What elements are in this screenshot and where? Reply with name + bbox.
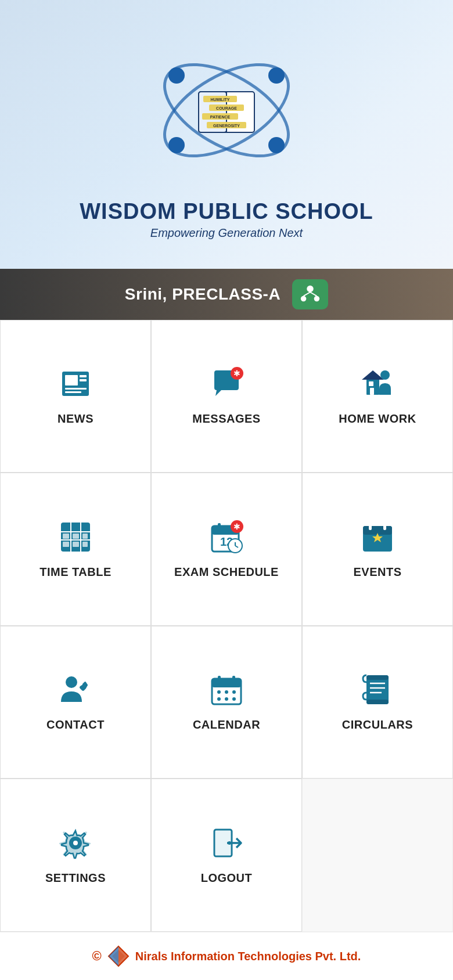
- svg-rect-26: [65, 388, 87, 390]
- svg-rect-54: [369, 523, 372, 530]
- svg-text:PATIENCE: PATIENCE: [210, 115, 231, 119]
- svg-rect-69: [366, 675, 389, 680]
- svg-rect-27: [65, 391, 81, 393]
- logout-label: LOGOUT: [201, 871, 253, 885]
- svg-text:HUMILITY: HUMILITY: [210, 98, 229, 102]
- svg-point-80: [228, 841, 231, 845]
- menu-item-news[interactable]: NEWS: [0, 320, 151, 473]
- svg-point-64: [232, 690, 236, 694]
- svg-rect-43: [82, 542, 88, 547]
- settings-icon: [59, 826, 92, 864]
- school-tagline: Empowering Generation Next: [150, 226, 303, 240]
- messages-badge: [231, 367, 243, 380]
- hero-section: HUMILITY COURAGE PATIENCE GENEROSITY WIS…: [0, 0, 453, 269]
- svg-rect-60: [218, 676, 221, 683]
- menu-item-calendar[interactable]: CALENDAR: [151, 626, 302, 779]
- menu-item-events[interactable]: EVENTS: [302, 473, 453, 626]
- contact-icon: [59, 673, 92, 711]
- svg-point-67: [232, 697, 236, 701]
- menu-item-logout[interactable]: LOGOUT: [151, 779, 302, 932]
- menu-item-timetable[interactable]: TIME TABLE: [0, 473, 151, 626]
- svg-rect-32: [370, 388, 374, 395]
- svg-rect-55: [383, 523, 386, 530]
- group-icon: [299, 283, 321, 305]
- menu-empty-cell: [302, 779, 453, 932]
- svg-rect-39: [73, 534, 79, 539]
- homework-icon: [361, 367, 394, 405]
- user-name: Srini, PRECLASS-A: [125, 285, 281, 304]
- logout-icon: [210, 826, 243, 864]
- calendar-label: CALENDAR: [193, 718, 260, 732]
- svg-point-4: [168, 137, 185, 153]
- svg-point-3: [268, 67, 285, 84]
- user-bar: Srini, PRECLASS-A: [0, 269, 453, 320]
- exam-badge: [231, 520, 243, 533]
- timetable-icon: [59, 520, 92, 559]
- footer: © Nirals Information Technologies Pvt. L…: [0, 932, 453, 980]
- svg-rect-41: [63, 542, 69, 547]
- messages-icon: [210, 367, 243, 405]
- svg-rect-46: [218, 523, 221, 530]
- svg-marker-84: [118, 946, 128, 966]
- calendar-icon: [210, 673, 243, 711]
- timetable-label: TIME TABLE: [39, 565, 112, 579]
- svg-point-63: [225, 690, 228, 694]
- school-logo: HUMILITY COURAGE PATIENCE GENEROSITY: [151, 35, 302, 186]
- svg-rect-25: [80, 379, 87, 381]
- svg-rect-70: [366, 700, 389, 704]
- svg-rect-31: [369, 381, 373, 386]
- exam-icon: 12: [210, 520, 243, 559]
- svg-rect-61: [232, 676, 235, 683]
- events-icon: [361, 520, 394, 559]
- menu-item-settings[interactable]: SETTINGS: [0, 779, 151, 932]
- company-name: Nirals Information Technologies Pvt. Ltd…: [135, 950, 361, 963]
- svg-line-20: [304, 292, 310, 296]
- svg-line-21: [310, 292, 317, 296]
- menu-item-circulars[interactable]: CIRCULARS: [302, 626, 453, 779]
- svg-point-30: [380, 370, 390, 380]
- svg-rect-42: [73, 542, 79, 547]
- copyright-symbol: ©: [92, 949, 102, 964]
- contact-label: CONTACT: [46, 718, 105, 732]
- newspaper-icon: [59, 367, 92, 405]
- svg-point-76: [73, 841, 78, 845]
- circulars-label: CIRCULARS: [342, 718, 413, 732]
- user-profile-button[interactable]: [292, 279, 328, 309]
- svg-rect-24: [80, 375, 87, 377]
- svg-rect-23: [65, 375, 78, 385]
- svg-point-57: [66, 676, 77, 688]
- svg-text:GENEROSITY: GENEROSITY: [213, 124, 240, 128]
- settings-label: SETTINGS: [45, 871, 106, 885]
- svg-point-5: [268, 137, 285, 153]
- svg-rect-40: [82, 534, 88, 539]
- circulars-icon: [361, 673, 394, 711]
- events-label: EVENTS: [353, 565, 401, 579]
- nirals-logo-icon: [107, 945, 130, 967]
- svg-point-66: [225, 697, 228, 701]
- menu-item-examschedule[interactable]: 12 EXAM SCHEDULE: [151, 473, 302, 626]
- svg-rect-38: [63, 534, 69, 539]
- examschedule-label: EXAM SCHEDULE: [174, 565, 279, 579]
- svg-rect-59: [212, 679, 241, 687]
- homework-label: HOME WORK: [339, 412, 416, 426]
- menu-item-homework[interactable]: HOME WORK: [302, 320, 453, 473]
- svg-point-17: [307, 286, 313, 292]
- menu-item-messages[interactable]: MESSAGES: [151, 320, 302, 473]
- school-name: WISDOM PUBLIC SCHOOL: [80, 200, 373, 224]
- svg-point-62: [217, 690, 221, 694]
- menu-grid: NEWS MESSAGES HOME: [0, 320, 453, 932]
- messages-label: MESSAGES: [192, 412, 260, 426]
- news-label: NEWS: [57, 412, 94, 426]
- svg-point-18: [301, 296, 307, 301]
- svg-point-65: [217, 697, 221, 701]
- svg-point-2: [168, 67, 185, 84]
- svg-point-19: [314, 296, 320, 301]
- svg-marker-83: [109, 946, 118, 966]
- svg-text:COURAGE: COURAGE: [216, 106, 237, 110]
- menu-item-contact[interactable]: CONTACT: [0, 626, 151, 779]
